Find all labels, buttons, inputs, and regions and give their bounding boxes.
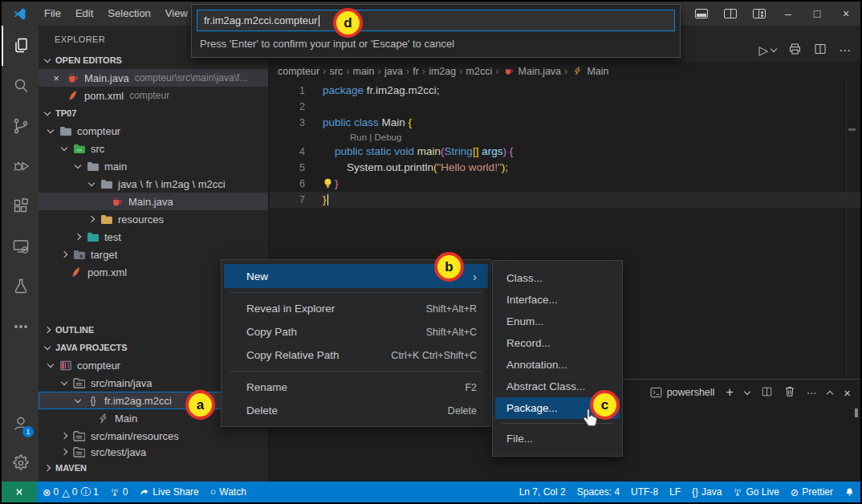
menu-edit[interactable]: Edit <box>68 2 100 26</box>
source-control-icon[interactable] <box>2 106 39 146</box>
activity-bar: 1 <box>2 26 39 483</box>
menu-item-rename[interactable]: RenameF2 <box>224 376 488 399</box>
menu-item-delete[interactable]: DeleteDelete <box>224 399 488 422</box>
breadcrumb-item[interactable]: main <box>352 66 374 77</box>
menu-selection[interactable]: Selection <box>100 2 157 26</box>
code-line: 4 public static void main(String[] args)… <box>270 144 860 160</box>
svg-text:<>: <> <box>77 148 83 152</box>
code-editor[interactable]: 1 package fr.im2ag.m2cci; 2 3 public cla… <box>270 80 860 208</box>
tree-item-src[interactable]: <> src <box>39 140 268 157</box>
tree-item-main-java[interactable]: Main.java <box>39 193 268 210</box>
prettier-status[interactable]: ⊘Prettier <box>785 482 839 502</box>
code-line-current: 7 } <box>270 192 860 208</box>
submenu-item-class[interactable]: Class... <box>495 267 620 289</box>
new-terminal-icon[interactable]: + <box>726 385 733 400</box>
menu-file[interactable]: File <box>37 2 68 26</box>
breadcrumb-item[interactable]: compteur <box>278 66 319 77</box>
package-root-icon <box>72 376 86 389</box>
maven-file-icon <box>69 266 83 278</box>
extensions-icon[interactable] <box>2 186 39 226</box>
toggle-panel-button[interactable] <box>687 2 716 26</box>
eol-status[interactable]: LF <box>664 482 686 502</box>
folder-target-icon <box>72 248 86 261</box>
submenu-item-record[interactable]: Record... <box>495 332 620 354</box>
terminal-dropdown-icon[interactable] <box>743 388 750 394</box>
maximize-button[interactable]: □ <box>803 2 832 26</box>
tree-item-compteur[interactable]: compteur <box>39 122 268 140</box>
remote-indicator[interactable] <box>2 482 37 502</box>
tree-item-java-package-path[interactable]: java \ fr \ im2ag \ m2cci <box>39 175 268 193</box>
tree-item-test[interactable]: test <box>39 228 268 246</box>
codelens-run-debug[interactable]: Run | Debug <box>270 131 860 144</box>
minimize-button[interactable]: – <box>774 2 803 26</box>
jp-item-src-test-java[interactable]: src/test/java <box>39 445 268 459</box>
close-button[interactable]: × <box>832 2 860 26</box>
menu-item-copy-relative-path[interactable]: Copy Relative PathCtrl+K Ctrl+Shift+C <box>224 343 488 367</box>
run-debug-icon[interactable] <box>2 146 39 186</box>
breadcrumb-item[interactable]: Main <box>587 66 608 77</box>
breadcrumb-item[interactable]: fr <box>413 66 419 77</box>
settings-gear-icon[interactable] <box>2 443 39 483</box>
notifications-bell-icon[interactable] <box>839 482 860 502</box>
submenu-item-annotation[interactable]: Annotation... <box>495 354 620 376</box>
class-symbol-icon <box>571 65 584 78</box>
maven-header[interactable]: MAVEN <box>39 459 268 477</box>
breadcrumb-item[interactable]: im2ag <box>429 66 456 77</box>
breadcrumb: compteur› src› main› java› fr› im2ag› m2… <box>270 62 860 80</box>
split-terminal-icon[interactable] <box>761 386 773 400</box>
editor-more-actions-icon[interactable]: ⋯ <box>839 43 851 58</box>
breadcrumb-item[interactable]: m2cci <box>466 66 493 77</box>
package-braces-icon: {} <box>86 394 100 407</box>
ports-status[interactable]: 0 <box>104 482 134 502</box>
cursor-position-status[interactable]: Ln 7, Col 2 <box>514 482 571 502</box>
language-mode-status[interactable]: {}Java <box>686 482 727 502</box>
package-name-input[interactable]: fr.im2ag.m2cci.compteur <box>197 10 675 31</box>
encoding-status[interactable]: UTF-8 <box>625 482 664 502</box>
maximize-panel-icon[interactable] <box>827 390 833 396</box>
menu-view[interactable]: View <box>158 2 195 26</box>
submenu-item-file[interactable]: File... <box>495 428 620 449</box>
breadcrumb-item[interactable]: java <box>384 66 403 77</box>
problems-status[interactable]: ⊗0 △0 ⓘ1 <box>37 482 104 502</box>
live-share-status[interactable]: Live Share <box>133 482 204 502</box>
terminal-tab-powershell[interactable]: powershell <box>650 387 715 398</box>
indentation-status[interactable]: Spaces: 4 <box>571 482 625 502</box>
submenu-item-enum[interactable]: Enum... <box>495 311 620 332</box>
quick-input-widget: fr.im2ag.m2cci.compteur Press 'Enter' to… <box>191 4 681 58</box>
print-icon[interactable] <box>788 43 802 58</box>
run-java-button[interactable]: ▷ <box>758 43 776 58</box>
account-icon[interactable]: 1 <box>2 403 39 443</box>
more-views-icon[interactable] <box>2 307 39 347</box>
go-live-status[interactable]: Go Live <box>727 482 784 502</box>
menu-item-copy-path[interactable]: Copy PathShift+Alt+C <box>224 320 488 343</box>
workspace-header-tp07[interactable]: TP07 <box>39 104 268 122</box>
customize-layout-button[interactable] <box>745 2 774 26</box>
folder-src-icon: <> <box>72 142 86 155</box>
terminal-more-actions-icon[interactable]: ⋯ <box>807 387 817 399</box>
folder-icon <box>59 124 72 137</box>
submenu-arrow-icon: › <box>473 270 477 283</box>
tree-item-resources[interactable]: resources <box>39 210 268 228</box>
testing-icon[interactable] <box>2 266 39 307</box>
editor-scrollbar[interactable] <box>846 80 847 378</box>
open-editor-pom-xml[interactable]: pom.xml compteur <box>39 87 268 104</box>
explorer-icon[interactable] <box>2 26 39 66</box>
split-editor-layout-button[interactable] <box>716 2 745 26</box>
open-editor-main-java[interactable]: × Main.java compteur\src\main\java\f... <box>39 69 268 87</box>
close-panel-icon[interactable]: × <box>844 386 851 400</box>
submenu-item-interface[interactable]: Interface... <box>495 289 620 311</box>
search-icon[interactable] <box>2 66 39 106</box>
terminal-scrollbar[interactable] <box>855 408 858 417</box>
close-editor-icon[interactable]: × <box>50 72 63 84</box>
tree-item-main[interactable]: main <box>39 157 268 175</box>
breadcrumb-item[interactable]: src <box>329 66 343 77</box>
code-line: 3 public class Main { <box>270 115 860 131</box>
text-cursor <box>319 15 320 26</box>
remote-explorer-icon[interactable] <box>2 226 39 266</box>
watch-status[interactable]: ○Watch <box>205 482 252 502</box>
kill-terminal-icon[interactable] <box>784 385 795 400</box>
breadcrumb-item[interactable]: Main.java <box>518 66 562 77</box>
jp-item-src-main-resources[interactable]: src/main/resources <box>39 427 268 445</box>
menu-item-reveal-in-explorer[interactable]: Reveal in ExplorerShift+Alt+R <box>224 297 488 320</box>
split-editor-icon[interactable] <box>814 43 827 58</box>
